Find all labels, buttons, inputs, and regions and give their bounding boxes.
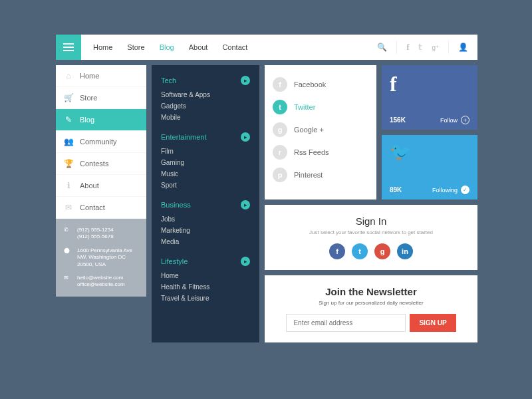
contact-address: 1600 Pennsylvania Ave NW, Washington DC … <box>77 247 138 268</box>
sidebar-item-about[interactable]: ℹAbout <box>56 175 146 197</box>
sidebar-item-label: Contact <box>80 203 105 211</box>
home-icon: ⌂ <box>64 71 73 80</box>
twitter-count: 89K <box>390 186 402 194</box>
search-icon[interactable]: 🔍 <box>377 43 387 52</box>
sidebar-item-label: Community <box>80 138 117 146</box>
contact-info-box: ✆ (912) 555-1234(912) 555-5678 ⬤ 1600 Pe… <box>56 219 146 297</box>
sidebar-item-store[interactable]: 🛒Store <box>56 87 146 109</box>
category-sub-item[interactable]: Home <box>161 270 250 281</box>
signin-facebook-button[interactable]: f <box>329 243 345 259</box>
topnav-item-store[interactable]: Store <box>127 43 144 51</box>
sidebar-item-label: Blog <box>80 116 94 124</box>
divider <box>396 41 397 54</box>
check-icon: ✓ <box>461 186 469 194</box>
sidebar-item-label: Contests <box>80 160 108 168</box>
category-sub-item[interactable]: Health & Fitness <box>161 281 250 293</box>
user-icon[interactable]: 👤 <box>458 43 468 52</box>
category-sub-item[interactable]: Music <box>161 168 250 180</box>
phone-icon: ✆ <box>64 227 72 241</box>
social-item-rssfeeds[interactable]: rRss Feeds <box>273 141 368 164</box>
sidebar-item-contests[interactable]: 🏆Contests <box>56 153 146 175</box>
social-item-label: Facebook <box>294 80 326 88</box>
social-item-twitter[interactable]: tTwitter <box>273 96 368 118</box>
social-item-label: Google + <box>294 126 324 134</box>
trophy-icon: 🏆 <box>64 159 73 168</box>
plus-icon: + <box>461 116 469 124</box>
social-item-label: Pinterest <box>294 171 323 179</box>
googleplus-icon[interactable]: g⁺ <box>432 44 439 51</box>
category-sub-item[interactable]: Sport <box>161 180 250 191</box>
chevron-right-icon: ▸ <box>241 257 250 266</box>
facebook-card: f 156K Follow + <box>382 65 477 130</box>
category-sub-item[interactable]: Travel & Leisure <box>161 293 250 304</box>
category-sub-item[interactable]: Media <box>161 236 250 247</box>
signin-panel: Sign In Just select your favorite social… <box>265 205 477 270</box>
social-item-google[interactable]: gGoogle + <box>273 118 368 141</box>
topnav-item-contact[interactable]: Contact <box>222 43 247 51</box>
category-sub-item[interactable]: Software & Apps <box>161 89 250 100</box>
category-header-entertainment[interactable]: Entertainment▸ <box>161 132 250 142</box>
facebook-count: 156K <box>390 116 406 124</box>
sidebar-item-contact[interactable]: ✉Contact <box>56 197 146 219</box>
twitter-following-button[interactable]: Following ✓ <box>432 186 469 194</box>
sidebar-item-home[interactable]: ⌂Home <box>56 65 146 87</box>
facebook-icon[interactable]: f <box>406 43 409 53</box>
social-item-label: Rss Feeds <box>294 148 329 156</box>
sidebar-item-label: Home <box>80 72 99 80</box>
newsletter-subtitle: Sign up for our personalized daily newsl… <box>275 300 467 306</box>
newsletter-panel: Join the Newsletter Sign up for our pers… <box>265 275 477 342</box>
facebook-icon: f <box>390 72 469 96</box>
sidebar-item-label: About <box>80 182 99 190</box>
newsletter-signup-button[interactable]: SIGN UP <box>410 314 456 332</box>
topnav-item-blog[interactable]: Blog <box>160 43 174 51</box>
contact-email: office@website.com <box>77 281 125 288</box>
cart-icon: 🛒 <box>64 93 73 102</box>
divider <box>448 41 449 54</box>
rssfeeds-icon: r <box>273 145 287 160</box>
contact-phone: (912) 555-1234 <box>77 227 114 233</box>
sidebar-item-blog[interactable]: ✎Blog <box>56 109 146 131</box>
signin-subtitle: Just select your favorite social network… <box>275 229 467 235</box>
edit-icon: ✎ <box>64 115 73 124</box>
contact-email: hello@website.com <box>77 275 125 281</box>
sidebar-item-community[interactable]: 👥Community <box>56 131 146 153</box>
twitter-icon: 🐦 <box>390 142 469 162</box>
sidebar-menu: ⌂Home🛒Store✎Blog👥Community🏆ContestsℹAbou… <box>56 65 146 219</box>
top-navbar: HomeStoreBlogAboutContact 🔍 f 𝕥 g⁺ 👤 <box>56 35 477 60</box>
category-sub-item[interactable]: Gadgets <box>161 100 250 112</box>
signin-title: Sign In <box>275 215 467 227</box>
chevron-right-icon: ▸ <box>241 132 250 142</box>
newsletter-email-input[interactable] <box>286 314 406 332</box>
twitter-icon: t <box>273 100 287 114</box>
people-icon: 👥 <box>64 137 73 146</box>
social-link-list: fFacebooktTwittergGoogle +rRss FeedspPin… <box>265 65 376 200</box>
twitter-icon[interactable]: 𝕥 <box>418 43 422 52</box>
contact-phone: (912) 555-5678 <box>77 233 114 240</box>
pinterest-icon: p <box>273 168 287 182</box>
topnav-item-home[interactable]: Home <box>93 43 112 51</box>
signin-googleplus-button[interactable]: g <box>374 243 390 259</box>
category-sub-item[interactable]: Film <box>161 146 250 157</box>
signin-twitter-button[interactable]: t <box>352 243 368 259</box>
facebook-follow-button[interactable]: Follow + <box>440 116 469 124</box>
social-item-label: Twitter <box>294 103 315 111</box>
location-icon: ⬤ <box>64 247 72 268</box>
google-icon: g <box>273 122 287 137</box>
info-icon: ℹ <box>64 181 73 190</box>
category-header-business[interactable]: Business▸ <box>161 200 250 209</box>
category-sub-item[interactable]: Jobs <box>161 213 250 225</box>
chevron-right-icon: ▸ <box>241 200 250 209</box>
category-panel: Tech▸Software & AppsGadgetsMobileEnterta… <box>152 65 259 342</box>
category-sub-item[interactable]: Marketing <box>161 225 250 236</box>
category-sub-item[interactable]: Mobile <box>161 112 250 123</box>
category-header-lifestyle[interactable]: Lifestyle▸ <box>161 257 250 266</box>
topnav-item-about[interactable]: About <box>189 43 208 51</box>
hamburger-menu-button[interactable] <box>56 35 81 60</box>
social-item-pinterest[interactable]: pPinterest <box>273 164 368 186</box>
category-sub-item[interactable]: Gaming <box>161 157 250 168</box>
signin-linkedin-button[interactable]: in <box>397 243 413 259</box>
category-header-tech[interactable]: Tech▸ <box>161 76 250 85</box>
mail-icon: ✉ <box>64 203 73 212</box>
facebook-icon: f <box>273 77 287 92</box>
social-item-facebook[interactable]: fFacebook <box>273 73 368 96</box>
